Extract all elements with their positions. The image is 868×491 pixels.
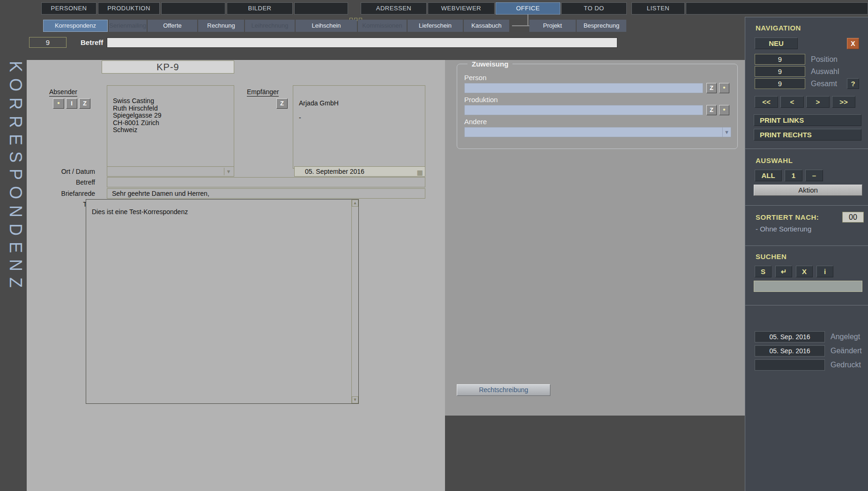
- select-minus-button[interactable]: –: [805, 170, 823, 181]
- absender-address-field[interactable]: Swiss Casting Ruth Hirschfeld Spiegelgas…: [107, 85, 234, 169]
- aktion-button[interactable]: Aktion: [754, 185, 862, 196]
- document-id: KP-9: [102, 60, 234, 74]
- nav-personen[interactable]: PERSONEN: [41, 2, 96, 15]
- calendar-icon[interactable]: ▦: [417, 168, 423, 177]
- tab-offerte[interactable]: Offerte: [148, 20, 197, 32]
- betreff-label: Betreff: [27, 179, 95, 186]
- nav-adressen[interactable]: ADRESSEN: [361, 2, 427, 15]
- absender-i-button[interactable]: I: [66, 98, 77, 109]
- produktion-label: Produktion: [464, 96, 498, 104]
- tab-projekt[interactable]: Projekt: [529, 20, 576, 32]
- next-record-button[interactable]: >: [806, 96, 830, 108]
- nav-webviewer[interactable]: WEBVIEWER: [428, 2, 495, 15]
- last-record-button[interactable]: >>: [832, 96, 855, 108]
- select-one-button[interactable]: 1: [785, 170, 802, 181]
- nav-empty-3[interactable]: [686, 2, 868, 15]
- andere-label: Andere: [464, 118, 487, 126]
- absender-label: Absender: [49, 88, 77, 97]
- help-icon[interactable]: ?: [847, 78, 859, 89]
- divider: [745, 205, 868, 206]
- correspondence-form-panel: KP-9 Absender • I Z Swiss Casting Ruth H…: [27, 60, 445, 491]
- datum-value: 05. September 2016: [305, 168, 364, 175]
- text-field[interactable]: Dies ist eine Test-Korrespondenz ▲ ▼: [86, 199, 359, 404]
- text-label: Text: [27, 201, 95, 208]
- ort-datum-label: Ort / Datum: [27, 168, 95, 175]
- empfaenger-z-button[interactable]: Z: [276, 98, 288, 109]
- gedruckt-value: [755, 359, 825, 371]
- neu-button[interactable]: NEU: [755, 37, 798, 49]
- print-links-button[interactable]: PRINT LINKS: [754, 114, 861, 126]
- search-button[interactable]: S: [755, 266, 772, 277]
- nav-produktion[interactable]: PRODUKTION: [98, 2, 160, 15]
- position-label: Position: [811, 55, 838, 64]
- briefanrede-field[interactable]: Sehr geehrte Damen und Herren,: [107, 188, 425, 199]
- scroll-down-icon[interactable]: ▼: [352, 396, 358, 403]
- auswahl-value[interactable]: 9: [755, 66, 805, 77]
- geaendert-value: 05. Sep. 2016: [755, 345, 825, 357]
- datum-field[interactable]: 05. September 2016 ▦: [294, 166, 425, 177]
- absender-dot-button[interactable]: •: [53, 98, 64, 109]
- divider: [745, 246, 868, 246]
- tab-kommissionen: Kommissionen: [358, 20, 407, 32]
- module-title-vertical: KORRESPONDENZ: [3, 61, 25, 305]
- chevron-down-icon[interactable]: ▼: [722, 127, 731, 137]
- produktion-dot-button[interactable]: •: [719, 105, 729, 115]
- text-field-content: Dies ist eine Test-Korrespondenz: [92, 208, 347, 216]
- auswahl-title: AUSWAHL: [756, 156, 793, 164]
- produktion-input[interactable]: [464, 105, 703, 115]
- person-input[interactable]: [464, 83, 703, 93]
- sidebar: NAVIGATION NEU X 9 Position 9 Auswahl 9 …: [745, 17, 868, 491]
- tab-korrespondenz[interactable]: Korrespondenz: [43, 20, 108, 32]
- sortiert-value[interactable]: 00: [842, 212, 864, 223]
- search-info-button[interactable]: i: [816, 266, 833, 277]
- andere-dropdown[interactable]: ▼: [464, 127, 731, 137]
- record-betreff-input[interactable]: [107, 37, 617, 48]
- rechtschreibung-button[interactable]: Rechtschreibung: [457, 384, 550, 396]
- nav-empty-1[interactable]: [161, 2, 225, 15]
- briefanrede-label: Briefanrede: [27, 190, 95, 197]
- empfaenger-label: Empfänger: [247, 88, 279, 97]
- angelegt-label: Angelegt: [831, 333, 860, 341]
- tab-lieferschein[interactable]: Lieferschein: [408, 20, 463, 32]
- nav-office[interactable]: OFFICE: [496, 2, 560, 15]
- search-enter-icon[interactable]: ↵: [775, 266, 792, 277]
- absender-z-button[interactable]: Z: [79, 98, 90, 109]
- tab-rechnung[interactable]: Rechnung: [198, 20, 244, 32]
- position-value[interactable]: 9: [755, 54, 805, 65]
- select-all-button[interactable]: ALL: [755, 170, 782, 181]
- tab-leihrechnung: Leihrechnung: [245, 20, 295, 32]
- search-clear-button[interactable]: X: [796, 266, 813, 277]
- record-number: 9: [29, 37, 67, 48]
- produktion-z-button[interactable]: Z: [706, 105, 717, 115]
- close-icon[interactable]: X: [847, 38, 859, 49]
- print-rechts-button[interactable]: PRINT RECHTS: [754, 129, 861, 141]
- dot-icon: •: [723, 83, 725, 91]
- prev-record-button[interactable]: <: [780, 96, 804, 108]
- office-tab-connector-line: [527, 15, 528, 26]
- person-z-button[interactable]: Z: [706, 83, 717, 93]
- first-record-button[interactable]: <<: [755, 96, 778, 108]
- navigation-title: NAVIGATION: [756, 24, 801, 32]
- empfaenger-address-field[interactable]: Arjada GmbH -: [293, 85, 425, 169]
- nav-todo[interactable]: TO DO: [561, 2, 627, 15]
- divider: [745, 149, 868, 149]
- tab-leihschein[interactable]: Leihschein: [296, 20, 357, 32]
- search-input[interactable]: [754, 281, 862, 292]
- betreff-field[interactable]: [107, 177, 425, 187]
- text-scrollbar[interactable]: ▲ ▼: [351, 200, 358, 403]
- gesamt-value[interactable]: 9: [755, 78, 805, 89]
- nav-listen[interactable]: LISTEN: [631, 2, 685, 15]
- zuweisung-panel: Zuweisung Person Z • Produktion Z • Ande…: [445, 60, 745, 416]
- person-dot-button[interactable]: •: [719, 83, 729, 93]
- scroll-up-icon[interactable]: ▲: [352, 200, 358, 207]
- zuweisung-title: Zuweisung: [467, 60, 512, 68]
- nav-empty-2[interactable]: [294, 2, 348, 15]
- sortiert-info: - Ohne Sortierung: [756, 225, 811, 233]
- tab-kassabuch[interactable]: Kassabuch: [464, 20, 509, 32]
- geaendert-label: Geändert: [831, 347, 862, 355]
- chevron-down-icon[interactable]: ▼: [224, 168, 233, 175]
- ort-dropdown[interactable]: ▼: [107, 166, 234, 177]
- nav-bilder[interactable]: BILDER: [227, 2, 293, 15]
- tab-besprechung[interactable]: Besprechung: [577, 20, 626, 32]
- auswahl-label: Auswahl: [811, 67, 839, 76]
